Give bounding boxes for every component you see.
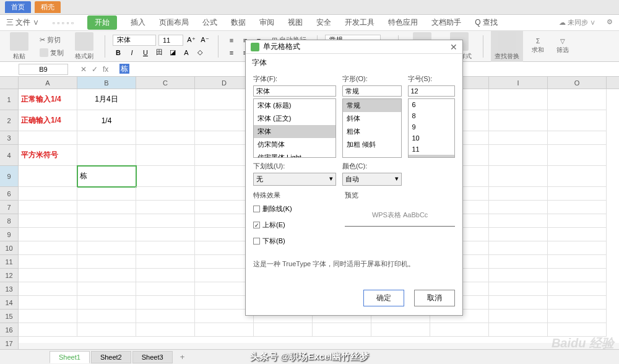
- col-header[interactable]: B: [77, 77, 136, 89]
- tab-layout[interactable]: 页面布局: [159, 17, 189, 28]
- cell[interactable]: 正常输入1/4: [19, 89, 77, 110]
- font-select[interactable]: [113, 35, 156, 46]
- row-header[interactable]: 15: [0, 310, 19, 323]
- tab-assist[interactable]: 文档助手: [431, 17, 461, 28]
- row-header[interactable]: 17: [0, 337, 19, 350]
- tab-feature[interactable]: 特色应用: [388, 17, 418, 28]
- enter-icon[interactable]: ✓: [92, 65, 98, 74]
- col-header[interactable]: A: [19, 77, 77, 89]
- style-label: 字形(O):: [342, 74, 402, 84]
- cell-format-dialog: 单元格格式 ✕ 字体 字体(F): 宋体 (标题) 宋体 (正文) 宋体 仿宋简…: [245, 40, 463, 316]
- format-painter[interactable]: 格式刷: [71, 31, 97, 62]
- doc-tab-2[interactable]: 稻壳: [35, 1, 61, 13]
- align-top[interactable]: ≡: [226, 35, 237, 46]
- underline-button[interactable]: U: [140, 47, 151, 58]
- row-header[interactable]: 9: [0, 228, 19, 241]
- row-header[interactable]: 2: [0, 110, 19, 131]
- cancel-icon[interactable]: ✕: [80, 65, 87, 74]
- col-header[interactable]: I: [489, 77, 548, 89]
- style-list[interactable]: 常规 斜体 粗体 加粗 倾斜: [342, 98, 402, 158]
- add-sheet[interactable]: +: [174, 350, 191, 363]
- sum-button[interactable]: Σ求和: [528, 37, 548, 56]
- cancel-button[interactable]: 取消: [414, 290, 455, 306]
- tab-security[interactable]: 安全: [316, 17, 331, 28]
- cell[interactable]: 平方米符号: [19, 145, 77, 166]
- row-header[interactable]: 3: [0, 131, 19, 145]
- doc-tab-1[interactable]: 首页: [5, 1, 31, 13]
- fill-color[interactable]: ◪: [167, 47, 178, 58]
- row-header[interactable]: 16: [0, 323, 19, 337]
- file-menu[interactable]: 三 文件 ∨: [6, 17, 39, 28]
- border-button[interactable]: 田: [154, 47, 165, 58]
- font-list[interactable]: 宋体 (标题) 宋体 (正文) 宋体 仿宋简体 仿宋黑体 Light 楷体: [253, 98, 336, 158]
- sheet-tab[interactable]: Sheet2: [91, 351, 131, 363]
- paste-button[interactable]: 粘贴: [6, 31, 32, 62]
- select-all-corner[interactable]: [0, 77, 19, 89]
- row-header[interactable]: 8: [0, 214, 19, 228]
- tab-review[interactable]: 审阅: [259, 17, 274, 28]
- cell[interactable]: 正确输入1/4: [19, 110, 77, 131]
- col-header[interactable]: C: [136, 77, 195, 89]
- row-header[interactable]: 4: [0, 145, 19, 166]
- super-check[interactable]: ✓上标(E): [253, 220, 339, 230]
- menubar: 三 文件 ∨ ▫ ▫ ▫ ▫ ▫ 开始 插入 页面布局 公式 数据 审阅 视图 …: [0, 15, 619, 31]
- color-select[interactable]: 自动▾: [342, 173, 402, 186]
- close-icon[interactable]: ✕: [450, 42, 457, 52]
- size-list[interactable]: 6 8 9 10 11 12: [408, 98, 456, 158]
- font-color[interactable]: A: [181, 47, 192, 58]
- copy-button[interactable]: 复制: [37, 47, 66, 59]
- active-cell[interactable]: 栋: [77, 166, 136, 187]
- row-header[interactable]: 1: [0, 89, 19, 110]
- cut-button[interactable]: ✂ 剪切: [37, 34, 66, 46]
- filter-button[interactable]: ▽筛选: [553, 37, 573, 56]
- cell[interactable]: 1/4: [77, 110, 136, 131]
- dialog-tab-font[interactable]: 字体: [246, 54, 462, 74]
- color-label: 颜色(C):: [342, 162, 402, 171]
- vignette[interactable]: ◇: [194, 47, 206, 58]
- dec-font[interactable]: A⁻: [199, 35, 210, 46]
- find-replace[interactable]: 查找替换: [491, 31, 523, 62]
- watermark: Baidu 经验: [552, 335, 614, 352]
- ok-button[interactable]: 确定: [363, 290, 404, 306]
- row-header[interactable]: 12: [0, 269, 19, 282]
- sheet-tab[interactable]: Sheet1: [50, 351, 90, 363]
- settings-icon[interactable]: ⚙: [607, 18, 613, 27]
- fx-icon[interactable]: fx: [103, 65, 108, 74]
- quick-access[interactable]: ▫ ▫ ▫ ▫ ▫: [53, 19, 74, 27]
- italic-button[interactable]: I: [126, 47, 137, 58]
- row-header[interactable]: 13: [0, 282, 19, 296]
- style-input[interactable]: [342, 85, 402, 97]
- row-header[interactable]: 7: [0, 201, 19, 214]
- tab-data[interactable]: 数据: [231, 17, 246, 28]
- tab-view[interactable]: 视图: [288, 17, 303, 28]
- align-left[interactable]: ≡: [226, 47, 237, 58]
- size-input[interactable]: [408, 85, 456, 97]
- preview-box: WPS表格 AaBbCc: [345, 210, 455, 227]
- strike-check[interactable]: 删除线(K): [253, 204, 339, 214]
- window-tabbar: 首页 稻壳: [0, 0, 619, 15]
- tab-formula[interactable]: 公式: [202, 17, 217, 28]
- search-box[interactable]: Q 查找: [475, 17, 498, 28]
- tab-start[interactable]: 开始: [87, 15, 117, 30]
- row-header[interactable]: 9: [0, 166, 19, 187]
- tab-insert[interactable]: 插入: [131, 17, 145, 28]
- inc-font[interactable]: A⁺: [186, 35, 197, 46]
- caption: 头条号 @职场Excel幽竹丝梦: [250, 351, 370, 363]
- bold-button[interactable]: B: [113, 47, 124, 58]
- sheet-tab[interactable]: Sheet3: [132, 351, 173, 363]
- row-header[interactable]: 14: [0, 296, 19, 310]
- font-label: 字体(F):: [253, 74, 336, 84]
- row-header[interactable]: 11: [0, 255, 19, 269]
- row-header[interactable]: 10: [0, 241, 19, 255]
- sync-status[interactable]: ☁ 未同步 ∨: [559, 18, 595, 27]
- row-header[interactable]: 6: [0, 187, 19, 201]
- sub-check[interactable]: 下标(B): [253, 236, 339, 246]
- tab-dev[interactable]: 开发工具: [345, 17, 374, 28]
- col-header[interactable]: O: [548, 77, 607, 89]
- name-box[interactable]: [19, 64, 68, 75]
- size-select[interactable]: [158, 35, 183, 46]
- underline-select[interactable]: 无▾: [253, 173, 336, 186]
- underline-label: 下划线(U):: [253, 162, 336, 171]
- cell[interactable]: 1月4日: [77, 89, 136, 110]
- font-input[interactable]: [253, 85, 336, 97]
